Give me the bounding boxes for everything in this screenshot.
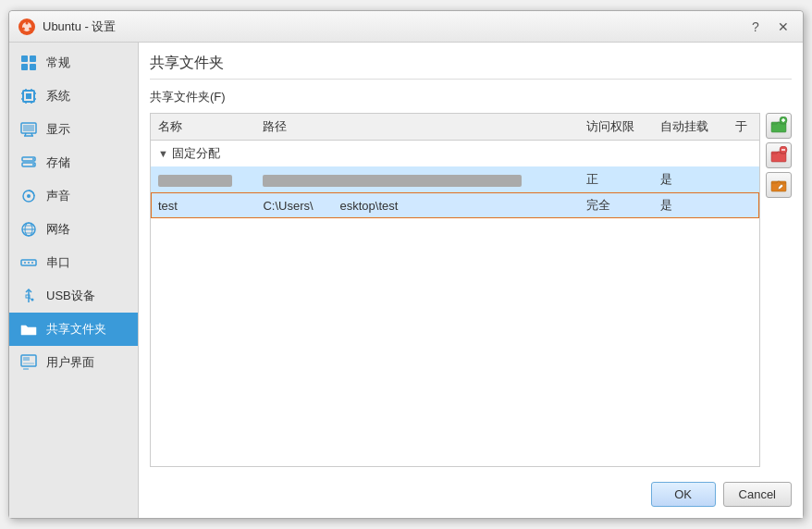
svg-rect-5 — [30, 55, 36, 62]
row-name: test — [151, 192, 255, 218]
row-path: C:\Users\ esktop\test — [255, 192, 579, 218]
usb-icon — [18, 286, 39, 306]
ui-icon — [18, 352, 39, 373]
sidebar: 常规 系统 — [9, 43, 139, 518]
cpu-icon — [18, 86, 39, 106]
grid-icon — [18, 53, 39, 73]
network-icon — [18, 219, 39, 240]
svg-point-1 — [26, 21, 29, 24]
window-title: Ubuntu - 设置 — [43, 18, 116, 35]
expand-arrow: ▼ — [158, 148, 168, 159]
svg-rect-7 — [30, 64, 36, 70]
main-window: Ubuntu - 设置 ? ✕ 常规 — [8, 10, 804, 519]
title-bar-buttons: ? ✕ — [745, 17, 794, 37]
svg-rect-44 — [23, 363, 34, 364]
col-header-name: 名称 — [151, 114, 255, 141]
sidebar-label-shared-folders: 共享文件夹 — [46, 321, 106, 338]
svg-rect-6 — [21, 64, 28, 70]
col-header-automount: 自动挂载 — [653, 114, 727, 141]
toolbar: 共享文件夹(F) — [150, 89, 792, 105]
sidebar-label-storage: 存储 — [46, 154, 70, 171]
title-bar: Ubuntu - 设置 ? ✕ — [9, 11, 803, 43]
title-bar-left: Ubuntu - 设置 — [18, 18, 116, 35]
svg-point-35 — [24, 262, 26, 264]
sidebar-label-audio: 声音 — [46, 188, 70, 204]
sidebar-label-ui: 用户界面 — [46, 354, 94, 371]
svg-point-28 — [27, 194, 31, 198]
col-header-path: 路径 — [255, 114, 579, 141]
row-automount: 是 — [653, 192, 727, 218]
sidebar-item-usb[interactable]: USB设备 — [9, 279, 138, 313]
table-area: 名称 路径 访问权限 自动挂载 于 ▼ 固定分配 — [150, 113, 792, 467]
col-header-at: 于 — [728, 114, 759, 141]
monitor-icon — [18, 119, 39, 140]
sidebar-item-serial[interactable]: 串口 — [9, 246, 138, 279]
sidebar-item-storage[interactable]: 存储 — [9, 146, 138, 179]
sidebar-label-usb: USB设备 — [46, 288, 95, 304]
row-path — [255, 166, 579, 192]
table-row[interactable]: test C:\Users\ esktop\test 完全 是 — [151, 192, 759, 218]
cancel-button[interactable]: Cancel — [723, 482, 792, 507]
blurred-path — [263, 175, 522, 187]
svg-rect-43 — [23, 357, 30, 361]
svg-point-36 — [28, 262, 30, 264]
row-name — [151, 166, 255, 192]
add-folder-button[interactable] — [766, 113, 792, 139]
help-button[interactable]: ? — [745, 17, 766, 37]
audio-icon — [18, 186, 39, 206]
storage-icon — [18, 153, 39, 173]
serial-icon — [18, 252, 39, 273]
sidebar-item-shared-folders[interactable]: 共享文件夹 — [9, 313, 138, 346]
table-header-row: 名称 路径 访问权限 自动挂载 于 — [151, 114, 759, 141]
sidebar-item-general[interactable]: 常规 — [9, 46, 138, 80]
folder-table-container[interactable]: 名称 路径 访问权限 自动挂载 于 ▼ 固定分配 — [150, 113, 760, 467]
row-access: 正 — [579, 166, 653, 192]
close-button[interactable]: ✕ — [773, 17, 794, 37]
svg-point-37 — [31, 262, 33, 264]
table-row[interactable]: 正 是 — [151, 166, 759, 192]
blurred-name — [158, 175, 232, 187]
footer-buttons: OK Cancel — [150, 473, 792, 507]
svg-point-41 — [31, 299, 34, 301]
section-header-row: ▼ 固定分配 — [151, 141, 759, 167]
remove-folder-button[interactable] — [766, 142, 792, 168]
svg-point-3 — [22, 27, 25, 30]
sidebar-item-display[interactable]: 显示 — [9, 113, 138, 146]
svg-rect-9 — [26, 93, 31, 99]
svg-point-2 — [29, 27, 31, 30]
col-header-access: 访问权限 — [579, 114, 653, 141]
svg-rect-4 — [21, 55, 28, 62]
sidebar-label-serial: 串口 — [46, 254, 70, 271]
window-body: 常规 系统 — [9, 43, 803, 518]
side-buttons — [766, 113, 792, 467]
folder-table: 名称 路径 访问权限 自动挂载 于 ▼ 固定分配 — [151, 114, 759, 218]
sidebar-label-display: 显示 — [46, 121, 70, 138]
svg-point-25 — [32, 158, 34, 160]
ok-button[interactable]: OK — [651, 482, 716, 507]
folder-icon — [18, 319, 39, 339]
svg-rect-45 — [23, 368, 29, 370]
row-access: 完全 — [579, 192, 653, 218]
sidebar-item-audio[interactable]: 声音 — [9, 179, 138, 213]
toolbar-label: 共享文件夹(F) — [150, 90, 226, 104]
section-header-label: ▼ 固定分配 — [151, 141, 759, 167]
sidebar-item-network[interactable]: 网络 — [9, 213, 138, 246]
row-at — [728, 192, 759, 218]
app-icon — [18, 18, 35, 35]
edit-folder-button[interactable] — [766, 172, 792, 198]
svg-rect-53 — [771, 181, 786, 191]
sidebar-item-system[interactable]: 系统 — [9, 80, 138, 113]
sidebar-label-network: 网络 — [46, 221, 70, 238]
page-title: 共享文件夹 — [150, 54, 792, 80]
sidebar-item-ui[interactable]: 用户界面 — [9, 346, 138, 379]
svg-point-26 — [32, 164, 34, 166]
row-at — [728, 166, 759, 192]
sidebar-label-system: 系统 — [46, 88, 70, 105]
row-automount: 是 — [653, 166, 727, 192]
sidebar-label-general: 常规 — [46, 55, 70, 71]
svg-rect-19 — [23, 125, 34, 131]
main-content: 共享文件夹 共享文件夹(F) 名称 路径 访问权限 自动挂载 于 — [139, 43, 803, 518]
